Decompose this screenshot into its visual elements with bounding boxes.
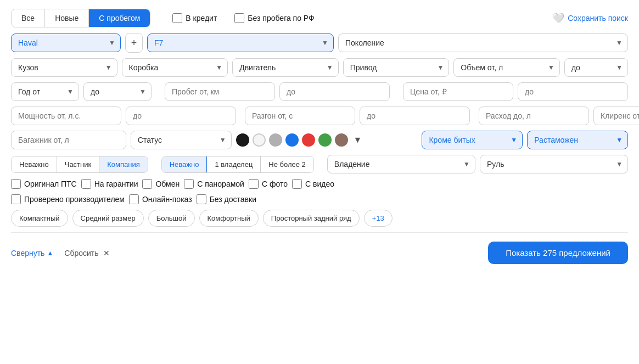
pts-checkbox-item[interactable]: Оригинал ПТС [11, 179, 77, 189]
panorama-checkbox[interactable] [184, 179, 194, 189]
generation-select-wrapper: Поколение ▼ [338, 33, 628, 52]
year-to-select[interactable]: до [83, 82, 152, 101]
consumption-input[interactable] [479, 107, 589, 125]
tab-new[interactable]: Новые [45, 9, 89, 27]
power-from-input[interactable] [11, 107, 121, 125]
row-power-acceleration [11, 107, 628, 125]
show-results-button[interactable]: Показать 275 предложений [488, 242, 628, 264]
credit-checkbox[interactable] [172, 13, 182, 23]
color-white[interactable] [253, 133, 266, 147]
ownership-select[interactable]: Владение [327, 155, 475, 173]
video-checkbox-item[interactable]: С видео [292, 179, 334, 189]
drive-select[interactable]: Привод [343, 58, 450, 77]
volume-from-select[interactable]: Объем от, л [453, 58, 560, 77]
no-mileage-rf-label: Без пробега по РФ [248, 14, 314, 23]
status-select[interactable]: Статус [131, 131, 232, 149]
power-to-input[interactable] [126, 107, 236, 125]
engine-select-wrapper: Двигатель ▼ [232, 58, 339, 77]
owners-tab-group: Неважно 1 владелец Не более 2 [161, 156, 314, 173]
color-brown[interactable] [335, 133, 348, 147]
collapse-icon: ▲ [47, 249, 53, 257]
bottom-bar: Свернуть ▲ Сбросить ✕ Показать 275 предл… [11, 237, 628, 264]
mileage-from-input[interactable] [165, 82, 275, 101]
clearance-input[interactable] [593, 107, 639, 125]
acceleration-from-input[interactable] [245, 107, 355, 125]
owners-tab-two[interactable]: Не более 2 [261, 156, 313, 172]
model-select[interactable]: F7 [147, 33, 334, 52]
color-green[interactable] [318, 133, 332, 147]
steering-select[interactable]: Руль [480, 155, 628, 173]
exchange-checkbox[interactable] [142, 179, 152, 189]
verified-checkbox-item[interactable]: Проверено производителем [11, 194, 125, 204]
credit-label: В кредит [186, 14, 217, 23]
body-select-wrapper: Кузов ▼ [11, 58, 117, 77]
customs-select-wrapper: Растаможен ▼ [527, 131, 628, 149]
online-show-checkbox-item[interactable]: Онлайн-показ [129, 194, 192, 204]
collapse-button[interactable]: Свернуть ▲ [11, 249, 53, 257]
generation-select[interactable]: Поколение [338, 33, 628, 52]
tab-all[interactable]: Все [12, 9, 45, 27]
photo-checkbox-item[interactable]: С фото [249, 179, 288, 189]
year-from-select-wrapper: Год от ▼ [11, 82, 79, 101]
add-brand-button[interactable]: + [125, 33, 143, 53]
pts-checkbox[interactable] [11, 179, 21, 189]
save-search-button[interactable]: 🤍 Сохранить поиск [552, 12, 628, 24]
photo-checkbox[interactable] [249, 179, 259, 189]
panorama-checkbox-item[interactable]: С панорамой [184, 179, 244, 189]
divider [11, 232, 628, 233]
owners-tab-one[interactable]: 1 владелец [207, 156, 261, 172]
no-mileage-rf-checkbox[interactable] [234, 13, 244, 23]
verified-checkbox[interactable] [11, 194, 21, 204]
online-show-checkbox[interactable] [129, 194, 139, 204]
year-from-select[interactable]: Год от [11, 82, 79, 101]
warranty-checkbox-item[interactable]: На гарантии [81, 179, 138, 189]
collapse-label: Свернуть [11, 249, 44, 257]
show-results-label: Показать 275 предложений [506, 248, 610, 257]
condition-tab-group: Все Новые С пробегом [11, 9, 150, 27]
online-show-label: Онлайн-показ [142, 195, 192, 204]
video-checkbox[interactable] [292, 179, 302, 189]
more-colors-icon[interactable]: ▼ [354, 135, 362, 145]
gearbox-select[interactable]: Коробка [122, 58, 228, 77]
color-red[interactable] [302, 133, 315, 147]
color-black[interactable] [236, 133, 249, 147]
no-delivery-checkbox[interactable] [197, 194, 206, 204]
row-trunk-colors: Статус ▼ ▼ Кроме битых ▼ Растаможен ▼ [11, 131, 628, 149]
mileage-to-input[interactable] [279, 82, 390, 101]
price-to-input[interactable] [518, 82, 628, 101]
exchange-checkbox-item[interactable]: Обмен [142, 179, 180, 189]
reset-button[interactable]: Сбросить ✕ [64, 249, 109, 257]
tag-compact[interactable]: Компактный [11, 210, 68, 227]
tag-more[interactable]: +13 [364, 210, 393, 227]
tag-medium[interactable]: Средний размер [72, 210, 144, 227]
tag-spacious[interactable]: Просторный задний ряд [263, 210, 360, 227]
panorama-label: С панорамой [197, 180, 244, 188]
body-select[interactable]: Кузов [11, 58, 117, 77]
price-from-input[interactable] [403, 82, 513, 101]
tag-comfort[interactable]: Комфортный [199, 210, 259, 227]
heart-icon: 🤍 [552, 12, 564, 24]
credit-checkbox-item[interactable]: В кредит [172, 13, 217, 23]
owners-tab-any[interactable]: Неважно [162, 156, 208, 172]
color-blue[interactable] [285, 133, 299, 147]
condition-select-wrapper: Кроме битых ▼ [422, 131, 523, 149]
condition-select[interactable]: Кроме битых [422, 131, 523, 149]
engine-select[interactable]: Двигатель [232, 58, 339, 77]
seller-tab-any[interactable]: Неважно [12, 156, 57, 172]
warranty-checkbox[interactable] [81, 179, 91, 189]
acceleration-to-input[interactable] [360, 107, 470, 125]
tab-used[interactable]: С пробегом [89, 9, 150, 27]
customs-select[interactable]: Растаможен [527, 131, 628, 149]
no-delivery-checkbox-item[interactable]: Без доставки [197, 194, 256, 204]
status-select-wrapper: Статус ▼ [131, 131, 232, 149]
seller-tab-company[interactable]: Компания [99, 156, 148, 172]
tag-large[interactable]: Большой [148, 210, 195, 227]
color-swatches: ▼ [236, 133, 418, 147]
volume-to-select[interactable]: до [564, 58, 628, 77]
seller-tab-private[interactable]: Частник [57, 156, 99, 172]
brand-select[interactable]: Haval [11, 33, 121, 52]
color-silver[interactable] [269, 133, 282, 147]
gearbox-select-wrapper: Коробка ▼ [122, 58, 228, 77]
no-mileage-rf-checkbox-item[interactable]: Без пробега по РФ [234, 13, 314, 23]
trunk-input[interactable] [11, 131, 126, 149]
